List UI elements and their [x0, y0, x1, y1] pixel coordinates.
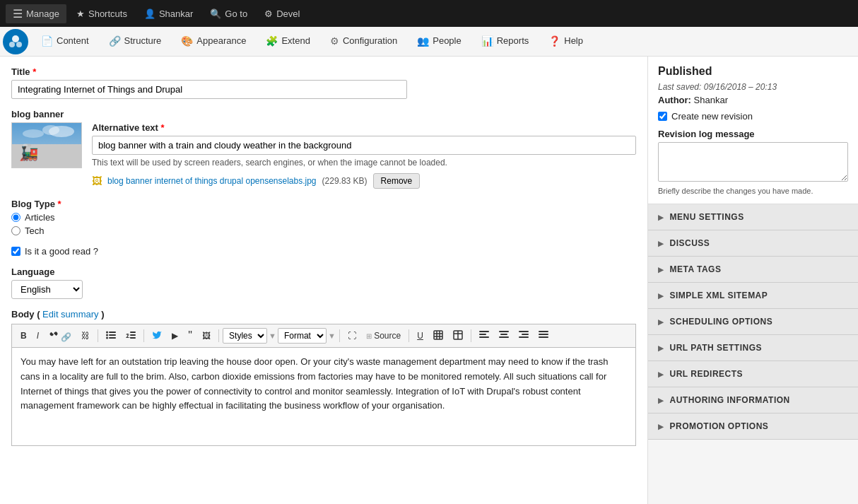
blog-banner-image	[11, 122, 82, 168]
unlink-button[interactable]: ⛓	[77, 329, 94, 343]
nav-item-content[interactable]: 📄 Content	[31, 27, 99, 57]
nav-item-structure[interactable]: 🔗 Structure	[99, 27, 172, 57]
svg-point-21	[106, 336, 108, 339]
accordion-header-url-redirects[interactable]: ▶ URL REDIRECTS	[648, 361, 858, 387]
svg-rect-41	[499, 336, 509, 338]
radio-tech-input[interactable]	[11, 226, 20, 235]
video-button[interactable]: ▶	[168, 329, 182, 343]
blog-banner-label: blog banner	[11, 109, 636, 119]
accordion-simple-xml-sitemap: ▶ SIMPLE XML SITEMAP	[648, 283, 858, 309]
svg-point-2	[16, 42, 22, 47]
accordion-header-url-path-settings[interactable]: ▶ URL PATH SETTINGS	[648, 335, 858, 361]
align-center-button[interactable]	[495, 329, 513, 344]
italic-button[interactable]: I	[33, 329, 43, 343]
format-select[interactable]: Format	[278, 328, 327, 344]
svg-rect-42	[519, 331, 529, 332]
styles-select[interactable]: Styles	[223, 328, 267, 344]
toolbar-sep-6	[471, 329, 471, 342]
accordion-header-meta-tags[interactable]: ▶ META TAGS	[648, 257, 858, 282]
user-icon: 👤	[144, 8, 155, 19]
accordion-header-promotion-options[interactable]: ▶ PROMOTION OPTIONS	[648, 414, 858, 439]
alt-text-input[interactable]	[92, 136, 636, 155]
file-size: (229.83 KB)	[322, 176, 368, 186]
good-read-checkbox-item[interactable]: Is it a good read ?	[11, 246, 636, 257]
manage-button[interactable]: ☰ Manage	[6, 4, 66, 23]
svg-point-16	[23, 129, 44, 138]
svg-rect-36	[479, 331, 489, 332]
shortcuts-button[interactable]: ★ Shortcuts	[69, 6, 134, 22]
svg-rect-13	[12, 158, 82, 161]
chevron-right-icon: ▶	[658, 240, 664, 247]
svg-point-15	[42, 125, 59, 135]
radio-articles[interactable]: Articles	[11, 212, 636, 223]
nav-item-people[interactable]: 👥 People	[407, 27, 471, 57]
radio-articles-input[interactable]	[11, 213, 20, 222]
chevron-right-icon: ▶	[658, 266, 664, 274]
nav-item-help[interactable]: ❓ Help	[539, 27, 593, 57]
file-link[interactable]: blog banner internet of things drupal op…	[107, 176, 317, 186]
svg-rect-8	[42, 148, 52, 155]
goto-button[interactable]: 🔍 Go to	[203, 6, 254, 22]
editor-body[interactable]: You may have left for an outstation trip…	[11, 347, 636, 446]
create-revision-checkbox[interactable]: Create new revision	[658, 111, 848, 122]
source-button[interactable]: ⊞ Source	[362, 329, 405, 343]
nav-item-appearance[interactable]: 🎨 Appearance	[171, 27, 256, 57]
accordion-discuss: ▶ DISCUSS	[648, 230, 858, 257]
language-select[interactable]: English French Spanish	[11, 280, 83, 299]
twitter-button[interactable]	[148, 328, 166, 344]
revision-checkbox-input[interactable]	[658, 112, 667, 121]
underline-button[interactable]: U	[413, 329, 428, 343]
toolbar-sep-2	[143, 329, 144, 342]
accordion-header-discuss[interactable]: ▶ DISCUSS	[648, 230, 858, 256]
svg-rect-28	[434, 331, 442, 339]
svg-rect-46	[539, 334, 548, 335]
ordered-list-button[interactable]: 1.2.	[122, 329, 140, 344]
alt-text-label: Alternative text *	[92, 122, 636, 133]
admin-bar: ☰ Manage ★ Shortcuts 👤 Shankar 🔍 Go to ⚙…	[0, 0, 858, 27]
title-input[interactable]	[11, 80, 407, 99]
svg-rect-7	[30, 148, 40, 155]
table2-button[interactable]	[449, 328, 467, 344]
image-button[interactable]: 🖼	[198, 329, 215, 343]
user-button[interactable]: 👤 Shankar	[137, 6, 200, 22]
link-button[interactable]: 🔗	[45, 328, 76, 344]
title-field-section: Title *	[11, 66, 636, 99]
accordion-scheduling-options: ▶ SCHEDULING OPTIONS	[648, 309, 858, 335]
site-logo[interactable]	[3, 29, 28, 54]
justify-button[interactable]	[534, 329, 553, 344]
nav-item-configuration[interactable]: ⚙ Configuration	[320, 27, 407, 57]
nav-item-extend[interactable]: 🧩 Extend	[256, 27, 319, 57]
gear-icon: ⚙	[264, 8, 273, 19]
align-right-button[interactable]	[515, 329, 533, 344]
bullet-list-button[interactable]	[102, 329, 120, 344]
accordion-header-authoring-information[interactable]: ▶ AUTHORING INFORMATION	[648, 387, 858, 413]
accordion-header-scheduling-options[interactable]: ▶ SCHEDULING OPTIONS	[648, 309, 858, 334]
accordion-header-menu-settings[interactable]: ▶ MENU SETTINGS	[648, 204, 858, 230]
appearance-icon: 🎨	[181, 35, 193, 47]
accordion-header-simple-xml-sitemap[interactable]: ▶ SIMPLE XML SITEMAP	[648, 283, 858, 308]
nav-item-reports[interactable]: 📊 Reports	[471, 27, 539, 57]
align-left-button[interactable]	[475, 329, 493, 344]
svg-rect-47	[539, 336, 548, 338]
bold-button[interactable]: B	[16, 329, 31, 343]
chevron-right-icon: ▶	[658, 344, 664, 352]
file-icon: 🖼	[92, 175, 102, 187]
blog-banner-row: Alternative text * This text will be use…	[11, 122, 636, 189]
devel-button[interactable]: ⚙ Devel	[257, 6, 307, 22]
svg-point-12	[65, 156, 72, 163]
sidebar-published-panel: Published Last saved: 09/16/2018 – 20:13…	[648, 57, 858, 204]
remove-button[interactable]: Remove	[373, 173, 421, 189]
title-label: Title *	[11, 66, 636, 77]
language-section: Language English French Spanish	[11, 266, 636, 299]
good-read-checkbox[interactable]	[11, 247, 20, 256]
svg-point-17	[106, 331, 108, 333]
svg-rect-20	[109, 334, 116, 336]
fullscreen-button[interactable]: ⛶	[343, 329, 360, 343]
svg-point-1	[9, 42, 15, 47]
table-button[interactable]	[429, 328, 447, 344]
revlog-textarea[interactable]	[658, 142, 848, 182]
edit-summary-link[interactable]: Edit summary	[42, 309, 98, 320]
blockquote-button[interactable]: "	[184, 327, 196, 344]
radio-tech[interactable]: Tech	[11, 225, 636, 236]
content-area: Title * blog banner	[0, 57, 647, 504]
